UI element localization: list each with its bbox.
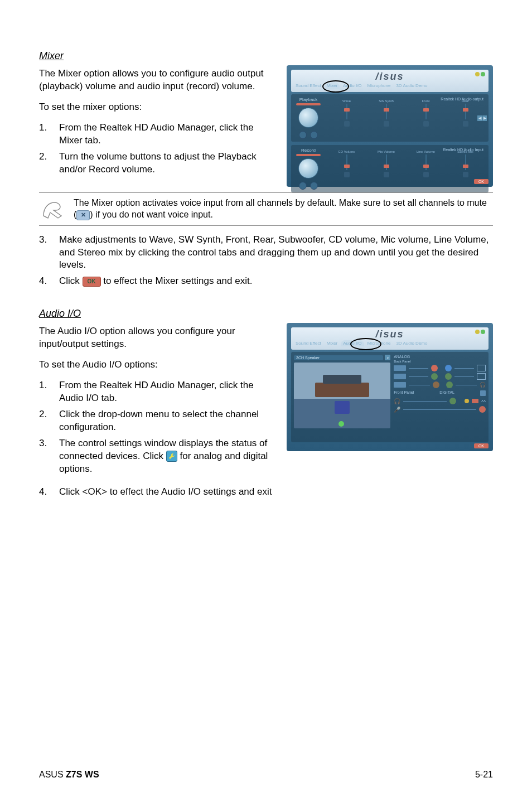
slider-label: Front [422,99,429,103]
status-bar [291,446,489,453]
digital-label: DIGITAL [439,390,454,395]
slider-label: Line Volume [417,150,435,153]
aio-step-2: Click the drop-down menu to select the c… [59,408,277,434]
aio-to-set: To set the Audio I/O options: [39,359,277,371]
spdif-icon [472,399,478,403]
tab-microphone[interactable]: Microphone [365,83,393,89]
mixer-screenshot: /isus Sound Effect Mixer Audio I/O Micro… [287,65,493,187]
list-num: 1. [39,122,59,147]
volume-slider[interactable] [386,104,387,119]
minimize-icon[interactable] [475,72,480,76]
close-icon[interactable] [481,330,485,334]
jack-dot[interactable] [446,381,453,388]
wrench-icon [166,451,177,462]
mute-toggle[interactable] [384,172,389,177]
aio-step-4: Click <OK> to effect the Audio I/O setti… [59,486,493,499]
record-volume-knob[interactable] [298,158,318,178]
volume-slider[interactable] [465,154,466,170]
record-mute-icon[interactable] [310,182,318,190]
mixer-step-3: Make adjustments to Wave, SW Synth, Fron… [59,234,493,272]
jack-dot[interactable] [445,365,452,371]
close-icon[interactable] [481,72,485,76]
record-balance-icon[interactable] [299,182,307,190]
mixer-to-set: To set the mixer options: [39,101,277,114]
playback-volume-knob[interactable] [298,108,318,128]
jack-icon [394,365,406,371]
tab-3d-demo[interactable]: 3D Audio Demo [394,340,429,346]
mute-toggle[interactable] [344,121,350,127]
tab-mixer[interactable]: Mixer [325,340,340,346]
tab-sound-effect[interactable]: Sound Effect [293,340,323,346]
tab-sound-effect[interactable]: Sound Effect [293,83,323,89]
volume-slider[interactable] [346,154,347,170]
list-num: 2. [39,408,59,434]
jack-dot[interactable] [431,365,438,371]
volume-slider[interactable] [425,104,427,119]
jack-dot[interactable] [431,373,438,380]
slider-label: Stereo Mix [457,150,473,153]
tab-3d-demo[interactable]: 3D Audio Demo [394,83,429,89]
spdif-led-icon [465,399,469,403]
volume-slider[interactable] [465,104,466,119]
scroll-arrows[interactable]: ◀▶ [477,115,487,121]
mixer-intro: The Mixer option allows you to configure… [39,67,277,93]
mixer-heading: Mixer [39,50,493,62]
minimize-icon[interactable] [475,330,480,334]
device-icon [477,365,486,371]
mute-toggle[interactable] [344,172,350,177]
mute-icon: ✕ [76,210,90,220]
mute-toggle[interactable] [423,121,429,127]
app-logo: /isus [375,328,404,340]
analog-label: ANALOG [394,355,486,359]
channel-config-select[interactable]: 2CH Speaker [294,355,383,360]
dropdown-icon[interactable]: ▾ [385,355,390,360]
volume-slider[interactable] [386,154,387,170]
jack-dot[interactable] [479,406,486,413]
mute-toggle[interactable] [463,172,468,177]
list-num: 4. [39,486,59,499]
mute-toggle[interactable] [423,172,429,177]
note-hand-icon [41,199,66,219]
list-num: 4. [39,275,59,288]
playback-panel: Playback Realtek HD Audio output Wave SW… [291,94,489,142]
mute-toggle[interactable] [384,121,389,127]
page-footer: ASUS Z7S WS 5-21 [39,760,493,780]
mute-toggle[interactable] [463,121,468,127]
aio-panel: 2CH Speaker ▾ [291,352,489,442]
app-ok-button[interactable]: OK [474,443,489,448]
slider-label: SW Synth [379,99,394,103]
jack-icon [394,382,406,388]
playback-balance-icon[interactable] [299,131,307,139]
playback-label: Playback [299,97,317,102]
aio-step-1: From the Realtek HD Audio Manager, click… [59,379,277,405]
ok-button-icon: OK [83,277,101,287]
app-title-bar: /isus Sound Effect Mixer Audio I/O Micro… [291,70,489,92]
device-icon [477,373,486,380]
speaker-room-diagram [294,363,390,428]
mixer-step-1: From the Realtek HD Audio Manager, click… [59,122,277,147]
jack-dot[interactable] [449,398,456,404]
list-num: 1. [39,379,59,405]
volume-slider[interactable] [425,154,427,170]
footer-brand: ASUS [39,770,66,779]
aio-intro: The Audio I/O option allows you configur… [39,325,277,351]
playback-mute-icon[interactable] [310,131,318,139]
app-title-bar: /isus Sound Effect Mixer Audio I/O Micro… [291,327,489,350]
footer-model: Z7S WS [66,770,99,779]
slider-label: CD Volume [338,150,355,153]
slider-label: Rear [462,99,469,103]
jack-dot[interactable] [445,373,452,380]
digital-settings-icon[interactable] [480,390,486,396]
record-panel: Record Realtek HD Audio Input CD Volume … [291,145,489,192]
volume-slider[interactable] [346,104,347,119]
jack-dot[interactable] [433,381,439,388]
app-ok-button[interactable]: OK [474,179,489,184]
annotation-circle [322,80,349,93]
list-num: 2. [39,151,59,176]
status-bar [291,196,489,204]
back-panel-label: Back Panel [394,360,486,363]
slider-label: Wave [342,99,351,103]
footer-page-number: 5-21 [475,770,493,780]
mixer-step-2: Turn the volume buttons to adjust the Pl… [59,151,277,176]
list-num: 3. [39,437,59,476]
